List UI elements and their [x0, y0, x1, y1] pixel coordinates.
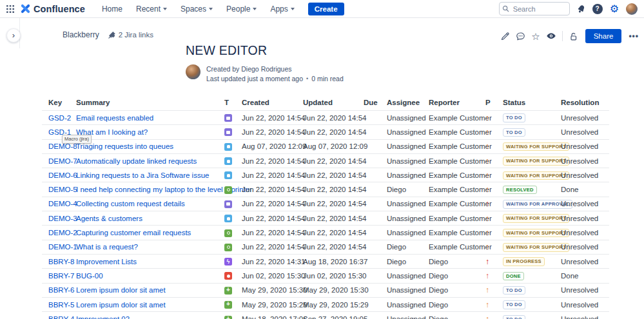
issue-summary-link[interactable]: Lorem ipsum dolor sit amet — [76, 286, 166, 294]
cell-summary[interactable]: Lorem ipsum dolor sit amet — [74, 283, 222, 297]
priority-arrow-icon-medium: ↑ — [485, 113, 489, 122]
cell-summary[interactable]: Email requests enabled — [74, 111, 222, 125]
issue-key-link[interactable]: DEMO-6 — [48, 171, 77, 179]
watch-eye-icon[interactable] — [546, 32, 556, 41]
cell-summary[interactable]: What am I looking at? — [74, 125, 222, 139]
cell-summary[interactable]: BUG-00 — [74, 269, 222, 283]
issue-key-link[interactable]: DEMO-3 — [48, 215, 77, 222]
cell-key[interactable]: DEMO-3 — [42, 211, 74, 226]
nav-item-recent[interactable]: Recent — [136, 5, 167, 14]
cell-type — [222, 269, 240, 283]
cell-summary[interactable]: Agents & customers — [74, 211, 222, 226]
priority-arrow-icon-highest: ↑ — [485, 257, 489, 266]
issue-summary-link[interactable]: Improvement Lists — [76, 258, 137, 266]
settings-gear-icon[interactable]: ⚙ — [610, 4, 619, 14]
cell-updated: Jun 22, 2020 14:54 — [301, 197, 362, 211]
priority-arrow-icon-high: ↑ — [485, 199, 489, 208]
cell-summary[interactable]: Improvement Lists — [74, 254, 222, 268]
star-favorite-icon[interactable]: ☆ — [531, 32, 540, 41]
cell-key[interactable]: BBRY-4 — [42, 312, 74, 319]
issue-summary-link[interactable]: Triaging requests into queues — [76, 142, 173, 150]
cell-key[interactable]: BBRY-5 — [42, 297, 74, 311]
cell-key[interactable]: BBRY-8 — [42, 254, 74, 268]
share-button[interactable]: Share — [585, 29, 622, 43]
cell-summary[interactable]: Automatically update linked requests — [74, 153, 222, 168]
cell-summary[interactable]: Capturing customer email requests — [74, 226, 222, 240]
issue-key-link[interactable]: DEMO-7 — [48, 157, 77, 165]
cell-key[interactable]: DEMO-1 — [42, 240, 74, 254]
issue-summary-link[interactable]: BUG-00 — [76, 272, 103, 280]
cell-summary[interactable]: Lorem ipsum dolor sit amet — [74, 297, 222, 311]
cell-key[interactable]: GSD-2 — [42, 111, 74, 125]
priority-arrow-icon-medium: ↑ — [485, 185, 489, 194]
issue-key-link[interactable]: BBRY-7 — [48, 272, 74, 280]
issue-summary-link[interactable]: Capturing customer email requests — [76, 229, 191, 237]
user-avatar[interactable] — [626, 3, 638, 15]
issue-summary-link[interactable]: What is a request? — [76, 243, 138, 251]
issue-key-link[interactable]: BBRY-5 — [48, 301, 74, 309]
issue-key-link[interactable]: DEMO-1 — [48, 243, 77, 251]
column-header-due: Due — [362, 95, 385, 111]
expand-sidebar-button[interactable]: › — [6, 28, 21, 43]
create-button[interactable]: Create — [308, 3, 344, 15]
cell-summary[interactable]: Triaging requests into queues — [74, 139, 222, 153]
cell-priority: ↑ — [483, 283, 501, 297]
unlock-restrictions-icon[interactable] — [569, 32, 578, 41]
cell-updated: Aug 07, 2020 12:09 — [301, 139, 362, 153]
author-avatar[interactable] — [186, 64, 200, 79]
cell-status: WAITING FOR SUPPORT — [501, 226, 559, 240]
table-row: GSD-2Email requests enabledJun 22, 2020 … — [42, 111, 609, 125]
cell-key[interactable]: DEMO-4 — [42, 197, 74, 211]
edit-pencil-icon[interactable] — [500, 32, 510, 41]
cell-key[interactable]: DEMO-2 — [42, 226, 74, 240]
priority-arrow-icon-medium: ↑ — [485, 214, 489, 223]
issue-summary-link[interactable]: Agents & customers — [76, 215, 142, 222]
notifications-bell-icon[interactable] — [575, 3, 587, 14]
cell-assignee: Unassigned — [385, 125, 427, 139]
issue-key-link[interactable]: DEMO-2 — [48, 229, 77, 237]
issue-key-link[interactable]: DEMO-4 — [48, 200, 77, 208]
cell-summary[interactable]: What is a request? — [74, 240, 222, 254]
issue-summary-link[interactable]: Linking requests to a Jira Software issu… — [76, 171, 209, 179]
nav-item-people[interactable]: People — [226, 5, 257, 14]
confluence-logo[interactable]: Confluence — [21, 4, 85, 14]
issue-summary-link[interactable]: Automatically update linked requests — [76, 157, 197, 165]
cell-resolution: Done — [559, 182, 609, 197]
cell-key[interactable]: DEMO-5 — [42, 182, 74, 197]
cell-key[interactable]: DEMO-6 — [42, 168, 74, 182]
issue-key-link[interactable]: GSD-2 — [48, 114, 71, 122]
issue-key-link[interactable]: BBRY-8 — [48, 258, 74, 266]
issue-key-link[interactable]: DEMO-5 — [48, 186, 77, 193]
jira-links-button[interactable]: 2 Jira links — [108, 31, 153, 39]
cell-key[interactable]: DEMO-7 — [42, 153, 74, 168]
cell-updated: Jun 22, 2020 14:54 — [301, 240, 362, 254]
issue-summary-link[interactable]: Collecting custom request details — [76, 200, 185, 208]
cell-updated: Jun 22, 2020 14:54 — [301, 182, 362, 197]
issue-summary-link[interactable]: Email requests enabled — [76, 114, 153, 122]
breadcrumb-space-link[interactable]: Blackberry — [63, 30, 99, 39]
more-actions-button[interactable]: ••• — [629, 32, 639, 41]
nav-item-spaces[interactable]: Spaces — [181, 5, 213, 14]
jira-issues-table: Key Summary T Created Updated Due Assign… — [42, 95, 609, 319]
comment-bubble-icon[interactable] — [516, 32, 525, 41]
help-icon[interactable]: ? — [592, 4, 603, 14]
search-input[interactable] — [499, 2, 570, 15]
cell-key[interactable]: BBRY-7 — [42, 269, 74, 283]
cell-summary[interactable]: Collecting custom request details — [74, 197, 222, 211]
issue-type-icon-service-request — [224, 200, 232, 208]
issue-summary-link[interactable]: Improvement 02 — [76, 315, 130, 319]
issue-key-link[interactable]: BBRY-6 — [48, 286, 74, 294]
cell-summary[interactable]: I need help connecting my laptop to the … — [74, 182, 222, 197]
nav-item-home[interactable]: Home — [102, 5, 122, 14]
cell-summary[interactable]: Improvement 02 — [74, 312, 222, 319]
status-badge: WAITING FOR SUPPORT — [503, 142, 569, 151]
column-header-updated: Updated — [301, 95, 362, 111]
nav-item-apps[interactable]: Apps — [270, 5, 294, 14]
issue-key-link[interactable]: DEMO-8 — [48, 142, 77, 150]
cell-type — [222, 283, 240, 297]
cell-key[interactable]: BBRY-6 — [42, 283, 74, 297]
issue-summary-link[interactable]: Lorem ipsum dolor sit amet — [76, 301, 166, 309]
cell-summary[interactable]: Linking requests to a Jira Software issu… — [74, 168, 222, 182]
issue-key-link[interactable]: BBRY-4 — [48, 315, 74, 319]
app-switcher-icon[interactable] — [6, 5, 14, 13]
